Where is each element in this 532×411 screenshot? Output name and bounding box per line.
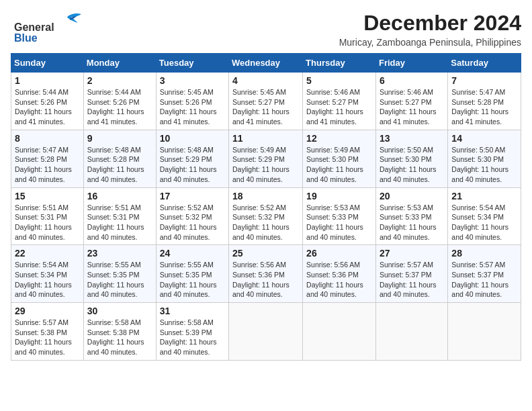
day-number: 5: [306, 75, 372, 86]
day-info: Sunrise: 5:57 AM Sunset: 5:37 PM Dayligh…: [451, 260, 517, 300]
day-info: Sunrise: 5:47 AM Sunset: 5:28 PM Dayligh…: [451, 87, 517, 127]
day-info: Sunrise: 5:46 AM Sunset: 5:27 PM Dayligh…: [306, 87, 372, 127]
calendar-cell: 3 Sunrise: 5:45 AM Sunset: 5:26 PM Dayli…: [156, 73, 228, 130]
day-info: Sunrise: 5:49 AM Sunset: 5:30 PM Dayligh…: [306, 145, 372, 185]
day-number: 14: [451, 133, 517, 144]
day-number: 20: [380, 191, 444, 201]
day-info: Sunrise: 5:50 AM Sunset: 5:30 PM Dayligh…: [380, 145, 444, 185]
calendar-cell: 9 Sunrise: 5:48 AM Sunset: 5:28 PM Dayli…: [83, 130, 156, 187]
calendar-week-3: 15 Sunrise: 5:51 AM Sunset: 5:31 PM Dayl…: [11, 187, 521, 245]
calendar-week-4: 22 Sunrise: 5:54 AM Sunset: 5:34 PM Dayl…: [11, 245, 521, 303]
day-number: 2: [87, 75, 152, 86]
calendar-cell: 28 Sunrise: 5:57 AM Sunset: 5:37 PM Dayl…: [448, 245, 521, 303]
day-info: Sunrise: 5:45 AM Sunset: 5:27 PM Dayligh…: [232, 87, 299, 127]
calendar-cell: 27 Sunrise: 5:57 AM Sunset: 5:37 PM Dayl…: [375, 245, 447, 303]
day-info: Sunrise: 5:56 AM Sunset: 5:36 PM Dayligh…: [232, 260, 299, 300]
calendar-cell: 15 Sunrise: 5:51 AM Sunset: 5:31 PM Dayl…: [11, 187, 84, 245]
day-number: 25: [232, 248, 299, 259]
day-number: 27: [380, 248, 444, 259]
calendar-cell: 25 Sunrise: 5:56 AM Sunset: 5:36 PM Dayl…: [229, 245, 303, 303]
day-info: Sunrise: 5:53 AM Sunset: 5:33 PM Dayligh…: [306, 203, 372, 242]
day-number: 4: [232, 75, 299, 86]
day-info: Sunrise: 5:54 AM Sunset: 5:34 PM Dayligh…: [451, 203, 517, 242]
day-info: Sunrise: 5:53 AM Sunset: 5:33 PM Dayligh…: [380, 203, 444, 242]
day-number: 29: [15, 306, 80, 316]
day-number: 19: [306, 191, 372, 201]
title-section: December 2024 Muricay, Zamboanga Peninsu…: [339, 11, 521, 48]
calendar-cell: 1 Sunrise: 5:44 AM Sunset: 5:26 PM Dayli…: [11, 73, 84, 130]
calendar-cell: 4 Sunrise: 5:45 AM Sunset: 5:27 PM Dayli…: [229, 73, 303, 130]
calendar-cell: 21 Sunrise: 5:54 AM Sunset: 5:34 PM Dayl…: [448, 187, 521, 245]
day-info: Sunrise: 5:49 AM Sunset: 5:29 PM Dayligh…: [232, 145, 299, 185]
day-info: Sunrise: 5:45 AM Sunset: 5:26 PM Dayligh…: [160, 87, 225, 127]
day-info: Sunrise: 5:47 AM Sunset: 5:28 PM Dayligh…: [15, 145, 80, 185]
day-info: Sunrise: 5:55 AM Sunset: 5:35 PM Dayligh…: [87, 260, 152, 300]
calendar-cell: 19 Sunrise: 5:53 AM Sunset: 5:33 PM Dayl…: [303, 187, 376, 245]
day-number: 10: [160, 133, 225, 144]
day-info: Sunrise: 5:57 AM Sunset: 5:37 PM Dayligh…: [380, 260, 444, 300]
day-number: 18: [232, 191, 299, 201]
calendar-week-2: 8 Sunrise: 5:47 AM Sunset: 5:28 PM Dayli…: [11, 130, 521, 187]
day-number: 7: [451, 75, 517, 86]
weekday-header-wednesday: Wednesday: [229, 54, 303, 73]
calendar-cell: 16 Sunrise: 5:51 AM Sunset: 5:31 PM Dayl…: [83, 187, 156, 245]
day-number: 6: [380, 75, 444, 86]
day-info: Sunrise: 5:58 AM Sunset: 5:39 PM Dayligh…: [160, 318, 225, 357]
day-info: Sunrise: 5:57 AM Sunset: 5:38 PM Dayligh…: [15, 318, 80, 357]
calendar-cell: 12 Sunrise: 5:49 AM Sunset: 5:30 PM Dayl…: [303, 130, 376, 187]
weekday-header-row: SundayMondayTuesdayWednesdayThursdayFrid…: [11, 54, 521, 73]
calendar-cell: [375, 303, 447, 361]
weekday-header-sunday: Sunday: [11, 54, 84, 73]
day-number: 24: [160, 248, 225, 259]
day-number: 26: [306, 248, 372, 259]
calendar-cell: 10 Sunrise: 5:48 AM Sunset: 5:29 PM Dayl…: [156, 130, 228, 187]
calendar-cell: 5 Sunrise: 5:46 AM Sunset: 5:27 PM Dayli…: [303, 73, 376, 130]
svg-text:General: General: [14, 21, 54, 33]
calendar-cell: 14 Sunrise: 5:50 AM Sunset: 5:30 PM Dayl…: [448, 130, 521, 187]
day-number: 16: [87, 191, 152, 201]
calendar-cell: 17 Sunrise: 5:52 AM Sunset: 5:32 PM Dayl…: [156, 187, 228, 245]
calendar-table: SundayMondayTuesdayWednesdayThursdayFrid…: [11, 53, 521, 361]
day-number: 17: [160, 191, 225, 201]
day-number: 9: [87, 133, 152, 144]
weekday-header-thursday: Thursday: [303, 54, 376, 73]
day-number: 30: [87, 306, 152, 316]
calendar-cell: [448, 303, 521, 361]
calendar-cell: 2 Sunrise: 5:44 AM Sunset: 5:26 PM Dayli…: [83, 73, 156, 130]
calendar-cell: 20 Sunrise: 5:53 AM Sunset: 5:33 PM Dayl…: [375, 187, 447, 245]
day-number: 3: [160, 75, 225, 86]
day-info: Sunrise: 5:55 AM Sunset: 5:35 PM Dayligh…: [160, 260, 225, 300]
calendar-week-1: 1 Sunrise: 5:44 AM Sunset: 5:26 PM Dayli…: [11, 73, 521, 130]
calendar-cell: 22 Sunrise: 5:54 AM Sunset: 5:34 PM Dayl…: [11, 245, 84, 303]
day-info: Sunrise: 5:48 AM Sunset: 5:29 PM Dayligh…: [160, 145, 225, 185]
day-number: 31: [160, 306, 225, 316]
day-info: Sunrise: 5:44 AM Sunset: 5:26 PM Dayligh…: [87, 87, 152, 127]
day-info: Sunrise: 5:52 AM Sunset: 5:32 PM Dayligh…: [232, 203, 299, 242]
weekday-header-tuesday: Tuesday: [156, 54, 228, 73]
day-info: Sunrise: 5:52 AM Sunset: 5:32 PM Dayligh…: [160, 203, 225, 242]
day-info: Sunrise: 5:48 AM Sunset: 5:28 PM Dayligh…: [87, 145, 152, 185]
calendar-cell: [303, 303, 376, 361]
day-number: 23: [87, 248, 152, 259]
day-number: 13: [380, 133, 444, 144]
day-number: 1: [15, 75, 80, 86]
day-info: Sunrise: 5:58 AM Sunset: 5:38 PM Dayligh…: [87, 318, 152, 357]
day-info: Sunrise: 5:50 AM Sunset: 5:30 PM Dayligh…: [451, 145, 517, 185]
day-info: Sunrise: 5:54 AM Sunset: 5:34 PM Dayligh…: [15, 260, 80, 300]
calendar-cell: 23 Sunrise: 5:55 AM Sunset: 5:35 PM Dayl…: [83, 245, 156, 303]
calendar-cell: 24 Sunrise: 5:55 AM Sunset: 5:35 PM Dayl…: [156, 245, 228, 303]
calendar-cell: 31 Sunrise: 5:58 AM Sunset: 5:39 PM Dayl…: [156, 303, 228, 361]
day-number: 22: [15, 248, 80, 259]
page-header: General Blue December 2024 Muricay, Zamb…: [11, 11, 521, 48]
calendar-cell: 6 Sunrise: 5:46 AM Sunset: 5:27 PM Dayli…: [375, 73, 447, 130]
calendar-cell: 30 Sunrise: 5:58 AM Sunset: 5:38 PM Dayl…: [83, 303, 156, 361]
day-info: Sunrise: 5:46 AM Sunset: 5:27 PM Dayligh…: [380, 87, 444, 127]
day-number: 11: [232, 133, 299, 144]
page-title: December 2024: [339, 11, 521, 36]
weekday-header-saturday: Saturday: [448, 54, 521, 73]
calendar-cell: 29 Sunrise: 5:57 AM Sunset: 5:38 PM Dayl…: [11, 303, 84, 361]
weekday-header-monday: Monday: [83, 54, 156, 73]
day-number: 8: [15, 133, 80, 144]
svg-text:Blue: Blue: [14, 32, 38, 44]
calendar-cell: 13 Sunrise: 5:50 AM Sunset: 5:30 PM Dayl…: [375, 130, 447, 187]
